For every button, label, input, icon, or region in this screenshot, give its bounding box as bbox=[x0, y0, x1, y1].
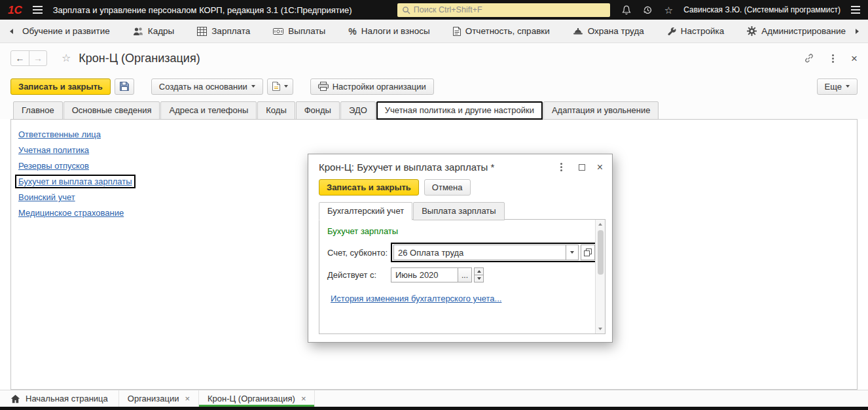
dialog-close-icon[interactable]: × bbox=[597, 162, 603, 173]
footer-tab-organizacii[interactable]: Организации × bbox=[119, 390, 199, 407]
current-user[interactable]: Савинская З.Ю. (Системный программист) bbox=[683, 5, 841, 14]
link-uchetnaya-politika[interactable]: Учетная политика bbox=[15, 143, 92, 157]
footer-tab-kron-c[interactable]: Крон-Ц (Организация) × bbox=[199, 390, 315, 407]
section-label: Обучение и развитие bbox=[22, 26, 110, 36]
back-button[interactable]: ← bbox=[11, 51, 29, 65]
scroll-up-icon[interactable] bbox=[596, 220, 605, 229]
section-nalogi[interactable]: % Налоги и взносы bbox=[348, 26, 429, 36]
link-voinskiy-uchet[interactable]: Воинский учет bbox=[15, 190, 79, 204]
favorites-star-icon[interactable]: ☆ bbox=[664, 5, 673, 15]
tab-close-icon[interactable]: × bbox=[185, 394, 190, 403]
notifications-bell-icon[interactable] bbox=[622, 5, 631, 15]
global-search[interactable] bbox=[397, 3, 610, 17]
form-more-icon[interactable] bbox=[827, 58, 838, 60]
section-vyplaty[interactable]: Выплаты bbox=[273, 26, 325, 36]
organization-settings-button[interactable]: Настройки организации bbox=[310, 78, 434, 95]
search-input[interactable] bbox=[414, 5, 606, 14]
footer-tab-label: Крон-Ц (Организация) bbox=[208, 394, 295, 403]
tab-fondy[interactable]: Фонды bbox=[296, 101, 340, 120]
dialog-body: Бухучет зарплаты Счет, субконто: 26 Опла… bbox=[319, 219, 606, 334]
account-open-button[interactable] bbox=[581, 245, 595, 260]
create-document-button[interactable] bbox=[267, 78, 293, 95]
link-buhuchet-vyplata-zarplaty[interactable]: Бухучет и выплата зарплаты bbox=[15, 175, 136, 188]
tab-uchetnaya-politika[interactable]: Учетная политика и другие настройки bbox=[376, 101, 543, 120]
organization-settings-label: Настройки организации bbox=[333, 82, 426, 92]
home-icon bbox=[10, 394, 20, 403]
tab-glavnoe[interactable]: Главное bbox=[13, 101, 63, 120]
dialog-save-close-button[interactable]: Записать и закрыть bbox=[319, 179, 419, 196]
wrench-icon bbox=[667, 27, 676, 36]
document-icon bbox=[272, 82, 280, 91]
spinner-down-icon[interactable] bbox=[475, 275, 483, 282]
more-button[interactable]: Еще bbox=[817, 78, 858, 95]
account-value[interactable]: 26 Оплата труда bbox=[394, 245, 566, 260]
app-title: Зарплата и управление персоналом КОРП, р… bbox=[53, 5, 352, 15]
report-icon bbox=[453, 27, 461, 36]
create-based-on-button[interactable]: Создать на основании bbox=[151, 78, 263, 95]
date-spinner[interactable] bbox=[474, 267, 484, 282]
date-field-row: Действует с: Июнь 2020 ... bbox=[327, 267, 587, 282]
section-nastroika[interactable]: Настройка bbox=[667, 26, 724, 36]
date-input[interactable]: Июнь 2020 bbox=[391, 267, 458, 282]
dialog-cancel-button[interactable]: Отмена bbox=[424, 179, 471, 196]
tab-osnovnye-svedeniya[interactable]: Основные сведения bbox=[63, 101, 160, 120]
save-and-close-button[interactable]: Записать и закрыть bbox=[10, 78, 111, 95]
forward-button[interactable]: → bbox=[29, 51, 46, 65]
link-rezervy-otpuskov[interactable]: Резервы отпусков bbox=[15, 159, 92, 173]
maximize-icon[interactable] bbox=[579, 164, 585, 171]
section-administrirovanie[interactable]: Администрирование bbox=[747, 26, 846, 36]
scroll-right-icon[interactable] bbox=[851, 29, 863, 34]
section-ohrana-truda[interactable]: Охрана труда bbox=[573, 26, 644, 36]
sections-menubar: Обучение и развитие Кадры Зарплата Выпла… bbox=[0, 20, 868, 43]
tab-adaptaciya-uvolnenie[interactable]: Адаптация и увольнение bbox=[543, 101, 659, 120]
gear-icon bbox=[747, 26, 757, 36]
printer-icon bbox=[318, 82, 329, 91]
section-label: Настройка bbox=[681, 26, 724, 36]
spinner-up-icon[interactable] bbox=[475, 268, 483, 275]
home-page-button[interactable]: Начальная страница bbox=[0, 390, 119, 407]
dialog-tab-buhgalterskiy-uchet[interactable]: Бухгалтерский учет bbox=[319, 202, 412, 220]
dialog-tab-vyplata-zarplaty[interactable]: Выплата зарплаты bbox=[413, 202, 505, 220]
scroll-left-icon[interactable] bbox=[5, 29, 17, 34]
search-icon bbox=[402, 6, 410, 14]
group-title: Бухучет зарплаты bbox=[327, 226, 587, 236]
dialog-tabstrip: Бухгалтерский учет Выплата зарплаты bbox=[308, 202, 612, 220]
bottom-strip bbox=[0, 407, 868, 410]
date-field-label: Действует с: bbox=[327, 270, 391, 280]
section-label: Отчетность, справки bbox=[465, 26, 550, 36]
service-menu-icon[interactable] bbox=[851, 6, 860, 14]
section-otchetnost[interactable]: Отчетность, справки bbox=[453, 26, 550, 36]
section-label: Выплаты bbox=[288, 26, 325, 36]
tab-close-icon[interactable]: × bbox=[301, 394, 306, 403]
dialog-header: Крон-Ц: Бухучет и выплата зарплаты * × bbox=[308, 154, 612, 178]
account-combobox[interactable]: 26 Оплата труда bbox=[393, 245, 579, 260]
spreadsheet-icon bbox=[197, 27, 207, 36]
date-picker-button[interactable]: ... bbox=[458, 267, 472, 282]
save-button[interactable] bbox=[115, 78, 134, 95]
section-kadry[interactable]: Кадры bbox=[133, 26, 174, 36]
section-zarplata[interactable]: Зарплата bbox=[197, 26, 250, 36]
dialog-scrollbar[interactable] bbox=[595, 220, 605, 333]
main-menu-icon[interactable] bbox=[33, 6, 43, 14]
page-title: Крон-Ц (Организация) bbox=[79, 52, 200, 65]
navigation-buttons: ← → bbox=[10, 50, 47, 66]
section-label: Администрирование bbox=[761, 26, 846, 36]
link-otvetstvennye-lica[interactable]: Ответственные лица bbox=[15, 128, 104, 141]
scrollbar-thumb[interactable] bbox=[598, 230, 604, 275]
dialog-more-icon[interactable] bbox=[556, 166, 567, 168]
favorite-star-icon[interactable]: ☆ bbox=[62, 53, 71, 63]
tab-adresa-telefony[interactable]: Адреса и телефоны bbox=[160, 101, 257, 120]
buhuchet-dialog: Крон-Ц: Бухучет и выплата зарплаты * × З… bbox=[308, 154, 613, 343]
section-label: Охрана труда bbox=[588, 26, 644, 36]
history-icon[interactable] bbox=[643, 5, 653, 15]
history-link[interactable]: История изменения бухгалтерского учета..… bbox=[327, 292, 505, 305]
get-link-icon[interactable] bbox=[804, 53, 814, 63]
account-dropdown-button[interactable] bbox=[566, 245, 578, 260]
tab-edo[interactable]: ЭДО bbox=[340, 101, 376, 120]
section-obuchenie[interactable]: Обучение и развитие bbox=[22, 26, 110, 36]
link-medicinskoe-strahovanie[interactable]: Медицинское страхование bbox=[15, 206, 127, 220]
tab-kody[interactable]: Коды bbox=[257, 101, 295, 120]
dialog-title: Крон-Ц: Бухучет и выплата зарплаты * bbox=[319, 162, 494, 173]
close-form-icon[interactable]: × bbox=[851, 53, 858, 64]
scroll-down-icon[interactable] bbox=[596, 324, 605, 333]
